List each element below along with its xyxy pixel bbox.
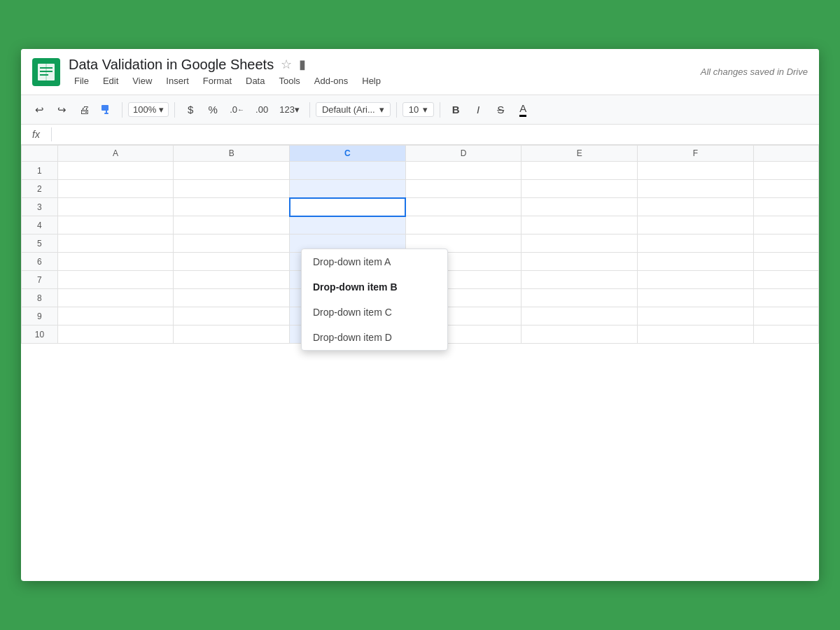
col-header-a[interactable]: A [57, 146, 174, 162]
cell-extra10[interactable] [753, 326, 818, 344]
cell-e9[interactable] [522, 307, 638, 326]
zoom-value: 100% [133, 104, 156, 115]
cell-extra1[interactable] [753, 162, 818, 180]
decimal-more-button[interactable]: .00 [251, 102, 272, 118]
cell-b10[interactable] [174, 326, 290, 344]
cell-b9[interactable] [174, 307, 290, 326]
cell-c2[interactable] [290, 180, 406, 198]
cell-c3[interactable] [290, 198, 406, 216]
font-size-selector[interactable]: 10 ▾ [402, 102, 434, 117]
cell-b3[interactable] [174, 198, 290, 216]
cell-f8[interactable] [638, 289, 754, 307]
cell-a1[interactable] [57, 162, 174, 180]
menu-tools[interactable]: Tools [273, 74, 305, 88]
cell-b2[interactable] [174, 180, 290, 198]
cell-e6[interactable] [522, 253, 638, 271]
cell-extra5[interactable] [753, 234, 818, 253]
cell-e7[interactable] [522, 271, 638, 289]
strikethrough-button[interactable]: S [491, 101, 510, 118]
table-row: 3 [22, 198, 819, 216]
folder-icon[interactable]: ▮ [299, 57, 306, 72]
cell-f10[interactable] [638, 326, 754, 344]
cell-a6[interactable] [57, 253, 174, 271]
redo-button[interactable]: ↪ [52, 101, 71, 119]
cell-b6[interactable] [174, 253, 290, 271]
col-header-f[interactable]: F [638, 146, 754, 162]
star-icon[interactable]: ☆ [281, 57, 292, 72]
cell-d2[interactable] [405, 180, 522, 198]
cell-extra6[interactable] [753, 253, 818, 271]
underline-button[interactable]: A [513, 99, 533, 120]
cell-f1[interactable] [638, 162, 754, 180]
cell-e5[interactable] [522, 234, 638, 253]
cell-a9[interactable] [57, 307, 174, 326]
zoom-selector[interactable]: 100% ▾ [128, 102, 169, 117]
cell-e2[interactable] [522, 180, 638, 198]
cell-e1[interactable] [522, 162, 638, 180]
cell-e4[interactable] [522, 216, 638, 234]
formula-input[interactable] [57, 130, 813, 140]
cell-a4[interactable] [57, 216, 174, 234]
cell-f7[interactable] [638, 271, 754, 289]
cell-a10[interactable] [57, 326, 174, 344]
cell-b7[interactable] [174, 271, 290, 289]
cell-b1[interactable] [174, 162, 290, 180]
cell-f5[interactable] [638, 234, 754, 253]
grid-container[interactable]: A B C D E F 1 [21, 145, 819, 581]
cell-b4[interactable] [174, 216, 290, 234]
percent-button[interactable]: % [203, 101, 223, 118]
cell-extra4[interactable] [753, 216, 818, 234]
print-button[interactable]: 🖨 [74, 101, 94, 118]
cell-c4[interactable] [290, 216, 406, 234]
menu-file[interactable]: File [69, 74, 94, 88]
cell-e3[interactable] [522, 198, 638, 216]
cell-f2[interactable] [638, 180, 754, 198]
cell-a2[interactable] [57, 180, 174, 198]
cell-f4[interactable] [638, 216, 754, 234]
menu-view[interactable]: View [127, 74, 158, 88]
cell-b5[interactable] [174, 234, 290, 253]
bold-button[interactable]: B [446, 101, 465, 118]
col-header-b[interactable]: B [174, 146, 290, 162]
cell-a3[interactable] [57, 198, 174, 216]
cell-f9[interactable] [638, 307, 754, 326]
decimal-less-button[interactable]: .0← [225, 102, 248, 118]
cell-d4[interactable] [405, 216, 522, 234]
menu-help[interactable]: Help [356, 74, 386, 88]
col-header-e[interactable]: E [522, 146, 638, 162]
cell-a7[interactable] [57, 271, 174, 289]
cell-c1[interactable] [290, 162, 406, 180]
cell-extra7[interactable] [753, 271, 818, 289]
cell-a5[interactable] [57, 234, 174, 253]
dropdown-item-c[interactable]: Drop-down item C [302, 300, 447, 325]
col-header-c[interactable]: C [290, 146, 406, 162]
col-header-extra[interactable] [753, 146, 818, 162]
dropdown-item-d[interactable]: Drop-down item D [302, 325, 447, 350]
cell-e10[interactable] [522, 326, 638, 344]
cell-d3[interactable] [405, 198, 522, 216]
number-format-button[interactable]: 123▾ [275, 102, 304, 118]
cell-f6[interactable] [638, 253, 754, 271]
cell-extra8[interactable] [753, 289, 818, 307]
italic-button[interactable]: I [468, 101, 488, 118]
dropdown-item-a[interactable]: Drop-down item A [302, 249, 447, 274]
cell-extra9[interactable] [753, 307, 818, 326]
menu-format[interactable]: Format [197, 74, 237, 88]
cell-a8[interactable] [57, 289, 174, 307]
menu-data[interactable]: Data [240, 74, 270, 88]
menu-addons[interactable]: Add-ons [309, 74, 354, 88]
menu-insert[interactable]: Insert [160, 74, 195, 88]
cell-f3[interactable] [638, 198, 754, 216]
dropdown-item-b[interactable]: Drop-down item B [302, 274, 447, 300]
font-family-selector[interactable]: Default (Ari... ▾ [316, 102, 391, 117]
cell-extra3[interactable] [753, 198, 818, 216]
cell-extra2[interactable] [753, 180, 818, 198]
col-header-d[interactable]: D [405, 146, 522, 162]
currency-button[interactable]: $ [181, 101, 200, 118]
cell-b8[interactable] [174, 289, 290, 307]
cell-d1[interactable] [405, 162, 522, 180]
undo-button[interactable]: ↩ [29, 101, 49, 119]
paint-format-button[interactable] [97, 102, 116, 118]
cell-e8[interactable] [522, 289, 638, 307]
menu-edit[interactable]: Edit [97, 74, 124, 88]
